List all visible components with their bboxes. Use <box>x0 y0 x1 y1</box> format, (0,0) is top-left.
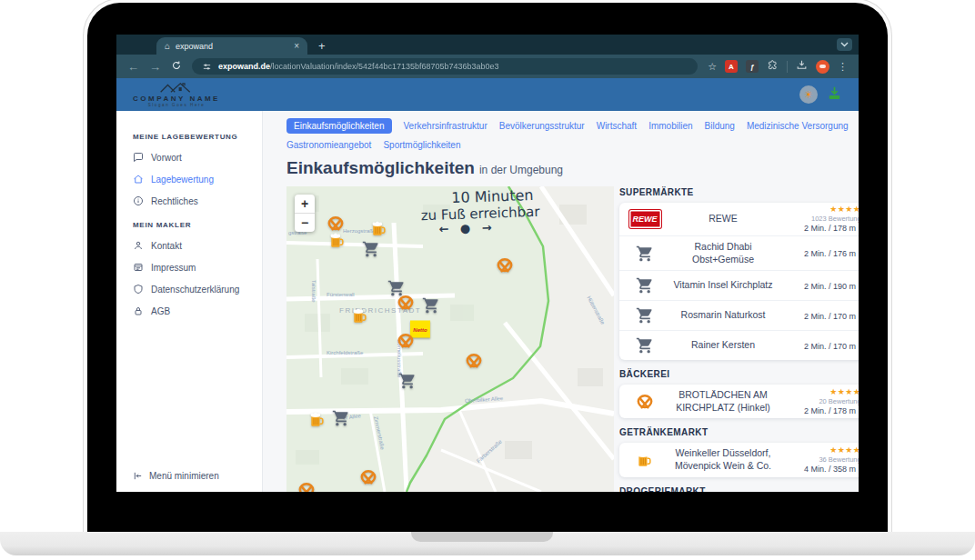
beer-marker[interactable] <box>351 307 369 325</box>
company-logo[interactable]: COMPANY NAME Slogan Goes Here <box>133 82 220 107</box>
sidebar-item-label: Datenschutzerklärung <box>151 285 239 295</box>
sidebar: MEINE LAGEBEWERTUNGVorwortLagebewertungR… <box>116 111 263 492</box>
listing-section-title: DROGERIEMARKT <box>619 486 859 492</box>
walk-distance: 2 Min. / 178 m <box>783 406 859 415</box>
listing-card: Weinkeller Düsseldorf, Mövenpick Wein & … <box>619 443 859 476</box>
chat-icon <box>133 152 144 163</box>
browser-toolbar: ← → expowand.de/locationValuation/index/… <box>116 55 859 78</box>
store-row-rainer-kersten: Rainer Kersten 2 Min. / 170 m <box>619 330 859 360</box>
theme-toggle-button[interactable]: ☀ <box>799 85 818 104</box>
store-row-vitamin-insel-kirchplatz: Vitamin Insel Kirchplatz 2 Min. / 190 m <box>619 270 859 300</box>
pretzel-marker[interactable] <box>297 481 316 492</box>
tab-row: EinkaufsmöglichkeitenVerkehrsinfrastrukt… <box>286 118 859 134</box>
tab-nav: EinkaufsmöglichkeitenVerkehrsinfrastrukt… <box>286 118 859 152</box>
new-tab-button[interactable]: + <box>318 40 326 52</box>
report-download-button[interactable] <box>827 85 842 105</box>
star-rating: ★★★★★☆ <box>783 446 859 455</box>
store-name: Rachid Dhabi Obst+Gemüse <box>663 239 783 267</box>
pretzel-marker[interactable] <box>327 215 345 233</box>
laptop-frame: ⌂ expowand × + ← → expowand.de/locationV… <box>87 3 888 532</box>
review-count: 36 Bewertungen <box>783 455 859 464</box>
store-name: Rosmarin Naturkost <box>663 307 783 324</box>
pretzel-marker[interactable] <box>359 468 377 486</box>
reload-button[interactable] <box>171 58 182 75</box>
store-name: REWE <box>663 211 783 227</box>
download-report-icon <box>827 85 842 101</box>
tab-search-button[interactable] <box>837 38 852 51</box>
tab-bildung[interactable]: Bildung <box>705 119 735 133</box>
tab-gastronomieangebot[interactable]: Gastronomieangebot <box>286 138 371 152</box>
walk-distance: 2 Min. / 176 m <box>783 249 859 258</box>
cart-marker[interactable] <box>422 296 440 315</box>
tab-medizinische-versorgung[interactable]: Medizinische Versorgung <box>747 119 849 133</box>
street-label: Fürstenwall <box>327 292 355 297</box>
sidebar-item-label: Lagebewertung <box>151 175 214 185</box>
cart-marker[interactable] <box>332 409 350 427</box>
sidebar-item-agb[interactable]: AGB <box>133 305 262 316</box>
cart-marker[interactable] <box>398 372 417 390</box>
pretzel-marker[interactable] <box>465 352 483 370</box>
sun-icon: ☀ <box>804 90 813 100</box>
browser-tabstrip: ⌂ expowand × + <box>116 35 859 55</box>
pretzel-marker[interactable] <box>397 332 415 350</box>
forward-button[interactable]: → <box>149 61 161 73</box>
tab-verkehrsinfrastruktur[interactable]: Verkehrsinfrastruktur <box>404 119 488 133</box>
pdf-extension-icon[interactable]: A <box>725 60 738 73</box>
sidebar-item-label: Impressum <box>151 263 196 273</box>
home-favicon-icon: ⌂ <box>165 42 170 51</box>
sidebar-item-impressum[interactable]: Impressum <box>133 262 262 273</box>
tab-sportm-glichkeiten[interactable]: Sportmöglichkeiten <box>383 138 460 152</box>
review-count: 1023 Bewertungen <box>783 215 859 223</box>
walk-distance: 2 Min. / 170 m <box>783 342 859 351</box>
sidebar-item-datenschutzerkl-rung[interactable]: Datenschutzerklärung <box>133 284 262 295</box>
zoom-out-button[interactable]: − <box>295 214 315 232</box>
laptop-base-notch <box>411 532 553 542</box>
pretzel-icon <box>636 393 654 411</box>
walk-distance: 2 Min. / 190 m <box>783 282 859 291</box>
zoom-in-button[interactable]: + <box>295 195 315 214</box>
back-button[interactable]: ← <box>127 61 139 73</box>
cart-icon <box>636 306 654 325</box>
tab-title: expowand <box>176 42 213 51</box>
company-slogan: Slogan Goes Here <box>148 103 206 107</box>
tab-einkaufsm-glichkeiten[interactable]: Einkaufsmöglichkeiten <box>286 118 392 134</box>
shield-icon <box>133 284 144 295</box>
bookmark-star-icon[interactable]: ☆ <box>708 62 717 72</box>
sidebar-item-lagebewertung[interactable]: Lagebewertung <box>133 174 262 185</box>
tab-bev-lkerungsstruktur[interactable]: Bevölkerungsstruktur <box>499 119 585 133</box>
profile-avatar[interactable] <box>816 60 829 74</box>
sidebar-item-rechtliches[interactable]: Rechtliches <box>133 195 262 206</box>
browser-tab[interactable]: ⌂ expowand × <box>156 37 307 55</box>
url-bar[interactable]: expowand.de/locationValuation/index/542f… <box>192 58 698 75</box>
extensions-puzzle-icon[interactable] <box>767 58 779 75</box>
walk-distance: 4 Min. / 358 m <box>783 465 859 474</box>
minimize-menu-button[interactable]: Menü minimieren <box>133 471 219 481</box>
tab-wirtschaft[interactable]: Wirtschaft <box>597 119 637 133</box>
roofs-logo-icon <box>158 82 195 94</box>
pretzel-marker[interactable] <box>397 294 415 312</box>
page-title: Einkaufsmöglichkeitenin der Umgebung <box>286 158 859 178</box>
tab-immobilien[interactable]: Immobilien <box>648 119 692 133</box>
downloads-button[interactable] <box>796 58 808 75</box>
street-label: Talstraße <box>311 280 317 303</box>
listing-section-title: SUPERMÄRKTE <box>619 187 859 197</box>
tab-close-icon[interactable]: × <box>294 41 299 51</box>
street-label: Kirchfeldstraße <box>327 350 363 355</box>
cart-marker[interactable] <box>362 240 380 258</box>
download-icon <box>796 59 808 71</box>
store-name: Vitamin Insel Kirchplatz <box>663 277 783 294</box>
sidebar-item-label: Rechtliches <box>151 196 198 206</box>
listing-card: BROTLÄDCHEN AM KIRCHPLATZ (Hinkel) ★★★★★… <box>619 385 859 418</box>
pretzel-marker[interactable] <box>496 256 514 275</box>
browser-menu-icon[interactable]: ⋮ <box>838 61 848 73</box>
main-content: EinkaufsmöglichkeitenVerkehrsinfrastrukt… <box>263 111 859 492</box>
beer-marker[interactable] <box>328 232 347 250</box>
reload-icon <box>171 60 182 71</box>
sidebar-item-kontakt[interactable]: Kontakt <box>133 240 262 251</box>
sidebar-item-vorwort[interactable]: Vorwort <box>133 152 262 163</box>
listing-card: REWE REWE ★★★★☆1023 Bewertungen2 Min. / … <box>619 203 859 360</box>
script-extension-icon[interactable]: ƒ <box>746 60 759 73</box>
map[interactable]: + − 10 Minuten zu Fuß erreichbar ← ● → F… <box>286 186 614 492</box>
beer-marker[interactable] <box>308 411 327 429</box>
sidebar-nav: MEINE LAGEBEWERTUNGVorwortLagebewertungR… <box>133 133 262 316</box>
